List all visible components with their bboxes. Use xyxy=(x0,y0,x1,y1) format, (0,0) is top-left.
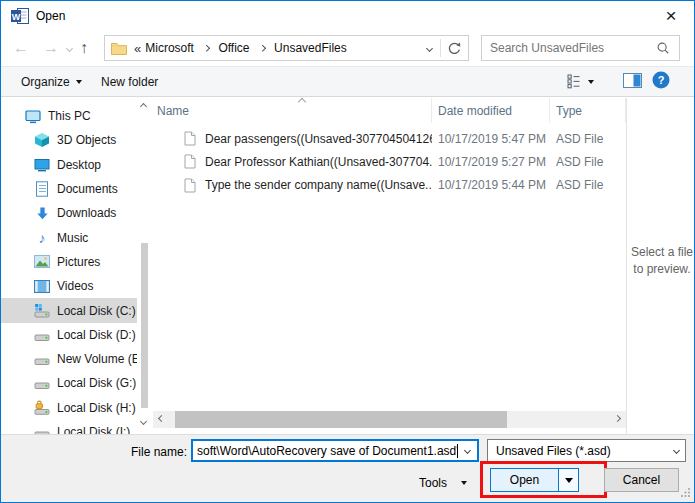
sidebar-item-label: This PC xyxy=(48,109,91,123)
address-dropdown-chevron-icon[interactable] xyxy=(426,44,433,51)
scroll-up-icon[interactable] xyxy=(140,103,147,110)
sidebar-item-this-pc[interactable]: This PC xyxy=(1,104,137,128)
open-dialog-window: W Open × ← → ↑ « MicrosoftOfficeUnsavedF… xyxy=(0,0,695,503)
system-drive-icon xyxy=(34,303,50,319)
breadcrumb: MicrosoftOfficeUnsavedFiles xyxy=(143,41,419,55)
close-button[interactable]: × xyxy=(648,1,694,31)
chevron-down-icon xyxy=(673,447,680,454)
file-icon xyxy=(182,154,198,170)
scroll-down-icon[interactable] xyxy=(140,418,147,425)
preview-pane: Select a file to preview. xyxy=(626,98,695,434)
sidebar-item-pictures[interactable]: Pictures xyxy=(1,250,137,274)
search-box[interactable]: Search UnsavedFiles xyxy=(481,35,680,61)
pc-icon xyxy=(25,108,41,124)
sidebar-item-local-disk-c[interactable]: Local Disk (C:) xyxy=(1,298,137,322)
tools-button[interactable]: Tools xyxy=(419,472,467,494)
title-bar: W Open × xyxy=(1,1,694,31)
file-name-dropdown-chevron-icon[interactable] xyxy=(458,441,477,460)
column-header-date-modified[interactable]: Date modified xyxy=(432,98,550,123)
breadcrumb-item-office[interactable]: Office xyxy=(216,41,251,55)
sidebar-item-new-volume-e[interactable]: New Volume (E:) xyxy=(1,347,137,371)
navigation-bar: ← → ↑ « MicrosoftOfficeUnsavedFiles xyxy=(1,31,694,66)
search-icon[interactable] xyxy=(655,40,671,56)
sidebar-item-desktop[interactable]: Desktop xyxy=(1,153,137,177)
breadcrumb-item-unsavedfiles[interactable]: UnsavedFiles xyxy=(272,41,349,55)
column-headers: Name Date modified Type xyxy=(151,98,626,123)
file-name-text: Type the sender company name((Unsave... xyxy=(205,178,432,192)
file-name-cell[interactable]: Type the sender company name((Unsave... xyxy=(151,177,432,193)
address-bar[interactable]: « MicrosoftOfficeUnsavedFiles xyxy=(104,35,469,61)
file-type-value: Unsaved Files (*.asd) xyxy=(496,444,674,458)
search-input[interactable]: Search UnsavedFiles xyxy=(490,41,655,55)
recent-locations-chevron-icon[interactable] xyxy=(66,45,73,52)
help-button[interactable]: ? xyxy=(652,67,670,96)
sidebar-item-label: Local Disk (D:) xyxy=(57,328,136,342)
scroll-left-icon[interactable] xyxy=(158,415,165,422)
new-folder-button[interactable]: New folder xyxy=(101,67,158,96)
file-date-modified-cell: 10/17/2019 5:44 PM xyxy=(432,178,550,192)
sidebar-item-local-disk-g[interactable]: Local Disk (G:) xyxy=(1,371,137,395)
locked-drive-icon xyxy=(34,400,50,416)
sidebar-item-videos[interactable]: Videos xyxy=(1,274,137,298)
column-header-name[interactable]: Name xyxy=(151,98,432,123)
breadcrumb-collapse-chevrons[interactable]: « xyxy=(134,41,141,56)
file-row-3[interactable]: Type the sender company name((Unsave...1… xyxy=(151,174,626,197)
drive-icon xyxy=(34,351,50,367)
sidebar-scrollbar[interactable] xyxy=(137,98,152,434)
column-header-type[interactable]: Type xyxy=(550,98,626,123)
svg-text:?: ? xyxy=(658,74,665,86)
file-list: Name Date modified Type Dear passengers(… xyxy=(151,98,626,434)
scroll-right-icon[interactable] xyxy=(614,415,621,422)
details-view-icon xyxy=(567,74,583,90)
sidebar-item-label: Downloads xyxy=(57,206,116,220)
sidebar-item-label: Videos xyxy=(57,279,93,293)
open-button[interactable]: Open xyxy=(490,468,579,492)
sidebar-item-local-disk-i[interactable]: Local Disk (I:) xyxy=(1,420,137,434)
change-view-button[interactable] xyxy=(567,67,594,96)
scrollbar-thumb[interactable] xyxy=(175,411,507,428)
file-date-modified-cell: 10/17/2019 5:27 PM xyxy=(432,155,550,169)
sidebar-item-3d-objects[interactable]: 3D Objects xyxy=(1,128,137,152)
back-button[interactable]: ← xyxy=(13,38,29,58)
file-row-2[interactable]: Dear Professor Kathian((Unsaved-307704..… xyxy=(151,150,626,173)
chevron-down-icon xyxy=(588,80,594,84)
preview-pane-button[interactable] xyxy=(623,67,642,96)
file-name-combobox[interactable]: soft\Word\AutoRecovery save of Document1… xyxy=(191,439,479,462)
breadcrumb-item-microsoft[interactable]: Microsoft xyxy=(143,41,196,55)
file-name-input[interactable]: soft\Word\AutoRecovery save of Document1… xyxy=(193,444,457,458)
file-type-dropdown[interactable]: Unsaved Files (*.asd) xyxy=(487,439,686,462)
drive-icon xyxy=(34,424,50,434)
open-split-dropdown[interactable] xyxy=(558,469,578,491)
sidebar-item-local-disk-d[interactable]: Local Disk (D:) xyxy=(1,323,137,347)
scrollbar-thumb[interactable] xyxy=(141,243,148,408)
refresh-icon[interactable] xyxy=(447,41,462,56)
file-icon xyxy=(182,177,198,193)
breadcrumb-separator-icon[interactable] xyxy=(259,45,265,51)
sidebar-item-documents[interactable]: Documents xyxy=(1,177,137,201)
sidebar-item-music[interactable]: ♪Music xyxy=(1,225,137,249)
chevron-down-icon xyxy=(461,481,467,485)
file-type-cell: ASD File xyxy=(550,178,626,192)
open-button-label[interactable]: Open xyxy=(491,469,558,491)
horizontal-scrollbar[interactable] xyxy=(153,411,626,428)
up-button[interactable]: ↑ xyxy=(80,38,88,58)
breadcrumb-separator-icon[interactable] xyxy=(203,45,209,51)
folder-icon xyxy=(111,40,127,56)
file-name-text: Dear Professor Kathian((Unsaved-307704..… xyxy=(205,155,432,169)
organize-button[interactable]: Organize xyxy=(21,67,82,96)
organize-label: Organize xyxy=(21,75,70,89)
sidebar-item-label: Local Disk (I:) xyxy=(57,425,130,434)
3d-objects-icon xyxy=(34,132,50,148)
sidebar-item-label: Music xyxy=(57,231,88,245)
chevron-down-icon xyxy=(76,80,82,84)
cancel-button[interactable]: Cancel xyxy=(604,468,679,492)
file-name-label: File name: xyxy=(119,445,187,459)
file-name-cell[interactable]: Dear Professor Kathian((Unsaved-307704..… xyxy=(151,154,432,170)
sidebar-item-label: 3D Objects xyxy=(57,133,116,147)
sidebar-item-local-disk-h[interactable]: Local Disk (H:) xyxy=(1,396,137,420)
file-row-1[interactable]: Dear passengers((Unsaved-307704504126...… xyxy=(151,127,626,150)
file-name-cell[interactable]: Dear passengers((Unsaved-307704504126... xyxy=(151,131,432,147)
resize-grip[interactable] xyxy=(680,487,691,501)
sidebar-item-downloads[interactable]: Downloads xyxy=(1,201,137,225)
forward-button[interactable]: → xyxy=(43,38,59,58)
